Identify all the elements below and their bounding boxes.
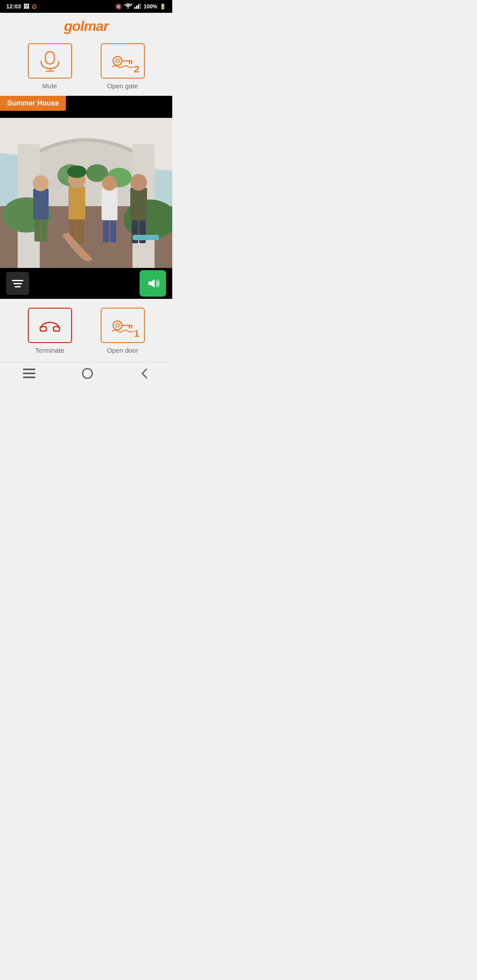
gate-number: 2	[134, 64, 139, 75]
svg-point-23	[33, 175, 49, 191]
open-door-button[interactable]: 1 Open door	[101, 308, 145, 354]
menu-overlay-button[interactable]	[6, 272, 29, 295]
nav-menu-icon	[23, 369, 35, 378]
svg-rect-35	[130, 188, 147, 220]
nav-back-button[interactable]	[140, 368, 149, 382]
svg-rect-49	[23, 373, 35, 374]
mute-icon: 🔇	[115, 4, 122, 10]
svg-point-8	[116, 59, 119, 63]
svg-rect-22	[33, 188, 49, 219]
battery-icon: 🔋	[159, 4, 166, 10]
time-display: 12:03	[6, 3, 21, 10]
svg-rect-33	[103, 220, 109, 242]
video-section: Summer House	[0, 96, 172, 299]
battery-display: 100%	[144, 4, 157, 10]
svg-point-36	[130, 174, 147, 191]
svg-rect-26	[68, 186, 85, 219]
phone-hangup-icon	[37, 314, 63, 336]
open-door-icon-box: 1	[101, 308, 145, 343]
mute-icon-box	[28, 43, 72, 79]
video-header: Summer House	[0, 96, 172, 118]
wifi-icon	[124, 3, 132, 10]
bottom-controls: Terminate 1 Open door	[0, 299, 172, 362]
open-gate-icon-box: 2	[101, 43, 145, 79]
svg-rect-1	[136, 6, 137, 9]
hamburger-icon	[12, 280, 23, 287]
logo-text: golmar	[64, 18, 109, 34]
nav-home-icon	[82, 368, 93, 379]
nav-bar	[0, 362, 172, 386]
speaker-icon	[146, 276, 160, 290]
svg-rect-48	[23, 369, 35, 370]
svg-rect-31	[102, 188, 117, 220]
terminate-button[interactable]: Terminate	[28, 308, 72, 354]
terminate-label: Terminate	[35, 347, 64, 354]
mute-label: Mute	[42, 82, 57, 90]
svg-rect-34	[110, 220, 116, 242]
video-feed	[0, 118, 172, 268]
open-door-label: Open door	[107, 347, 138, 354]
top-controls: Mute 2 Open gate	[0, 39, 172, 96]
microphone-icon	[37, 50, 63, 72]
svg-rect-4	[45, 52, 54, 64]
speaker-overlay-button[interactable]	[140, 270, 166, 297]
g-logo-icon: G	[32, 3, 37, 10]
svg-rect-24	[34, 219, 41, 241]
svg-point-43	[113, 321, 122, 330]
mute-button[interactable]: Mute	[28, 43, 72, 90]
svg-point-32	[102, 176, 117, 191]
location-badge: Summer House	[0, 96, 66, 111]
key-door-icon	[110, 314, 136, 336]
svg-point-28	[67, 166, 87, 178]
signal-icon	[134, 3, 141, 10]
video-scene-svg	[0, 118, 172, 268]
svg-rect-51	[83, 369, 92, 378]
key-gate-icon	[110, 50, 136, 72]
status-left: 12:03 🖼 G	[6, 3, 37, 10]
svg-point-7	[113, 57, 122, 65]
svg-rect-30	[77, 219, 84, 244]
terminate-icon-box	[28, 308, 72, 343]
photo-icon: 🖼	[23, 3, 29, 10]
svg-rect-0	[134, 7, 136, 9]
nav-home-button[interactable]	[82, 368, 93, 382]
door-number: 1	[134, 328, 139, 339]
nav-menu-button[interactable]	[23, 369, 35, 381]
svg-rect-50	[23, 377, 35, 378]
svg-point-44	[116, 324, 119, 327]
status-bar: 12:03 🖼 G 🔇 100% 🔋	[0, 0, 172, 13]
app-header: golmar	[0, 13, 172, 39]
nav-back-icon	[140, 368, 149, 379]
location-label: Summer House	[7, 99, 59, 107]
svg-rect-39	[132, 235, 159, 240]
svg-rect-25	[41, 219, 47, 241]
open-gate-button[interactable]: 2 Open gate	[101, 43, 145, 90]
svg-rect-2	[138, 4, 139, 9]
open-gate-label: Open gate	[107, 82, 138, 90]
svg-rect-3	[140, 3, 141, 9]
svg-marker-40	[148, 279, 155, 288]
app-logo: golmar	[64, 18, 109, 34]
video-footer	[0, 268, 172, 299]
status-right: 🔇 100% 🔋	[115, 3, 166, 10]
